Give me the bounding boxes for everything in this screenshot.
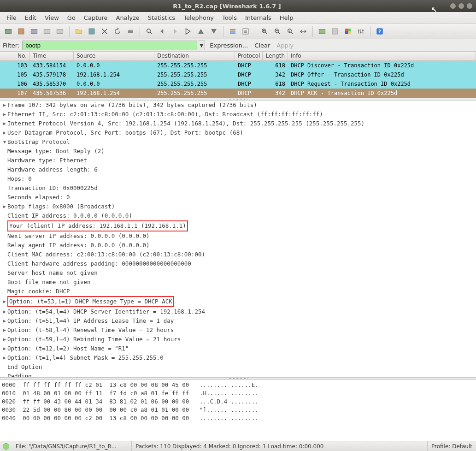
menu-edit[interactable]: Edit bbox=[21, 13, 40, 23]
detail-line[interactable]: ▶Option: (t=58,l=4) Renewal Time Value =… bbox=[0, 326, 476, 335]
open-file-icon[interactable] bbox=[73, 26, 84, 37]
col-header-no[interactable]: No. bbox=[0, 52, 30, 60]
detail-line[interactable]: Client IP address: 0.0.0.0 (0.0.0.0) bbox=[0, 211, 476, 220]
menu-tools[interactable]: Tools bbox=[218, 13, 241, 23]
tree-toggle-icon[interactable]: ▶ bbox=[2, 307, 7, 316]
zoom-in-icon[interactable] bbox=[259, 26, 270, 37]
go-first-icon[interactable] bbox=[195, 26, 206, 37]
detail-line[interactable]: Magic cookie: DHCP bbox=[0, 287, 476, 296]
detail-line[interactable]: ▶Option: (t=59,l=4) Rebinding Time Value… bbox=[0, 335, 476, 344]
menu-go[interactable]: Go bbox=[64, 13, 79, 23]
coloring-rules-icon[interactable] bbox=[342, 26, 353, 37]
menu-view[interactable]: View bbox=[41, 13, 63, 23]
detail-line[interactable]: Server host name not given bbox=[0, 268, 476, 278]
display-filters-icon[interactable] bbox=[329, 26, 341, 37]
status-profile[interactable]: Profile: Default bbox=[428, 441, 476, 451]
capture-options-icon[interactable] bbox=[16, 26, 27, 37]
detail-line[interactable]: Transaction ID: 0x0000225d bbox=[0, 184, 476, 193]
col-header-protocol[interactable]: Protocol bbox=[235, 52, 263, 60]
tree-toggle-icon[interactable]: ▶ bbox=[2, 297, 7, 306]
col-header-time[interactable]: Time bbox=[30, 52, 74, 60]
packet-row[interactable]: 105435.579178192.168.1.254255.255.255.25… bbox=[0, 70, 476, 79]
tree-toggle-icon[interactable]: ▶ bbox=[2, 344, 7, 353]
start-capture-icon[interactable] bbox=[29, 26, 40, 37]
print-icon[interactable] bbox=[125, 26, 136, 37]
tree-toggle-icon[interactable]: ▶ bbox=[2, 110, 7, 119]
filter-input[interactable] bbox=[22, 41, 197, 50]
menu-internals[interactable]: Internals bbox=[241, 13, 275, 23]
help-icon[interactable]: ? bbox=[374, 26, 385, 37]
menu-analyze[interactable]: Analyze bbox=[112, 13, 143, 23]
tree-toggle-icon[interactable]: ▶ bbox=[2, 335, 7, 344]
expert-info-icon[interactable] bbox=[2, 442, 10, 451]
detail-line[interactable]: ▶Option: (t=54,l=4) DHCP Server Identifi… bbox=[0, 307, 476, 316]
colorize-icon[interactable] bbox=[227, 26, 238, 37]
menu-statistics[interactable]: Statistics bbox=[144, 13, 179, 23]
detail-line[interactable]: ▼Bootstrap Protocol bbox=[0, 137, 476, 147]
find-icon[interactable] bbox=[144, 26, 155, 37]
detail-line[interactable]: ▶Option: (t=53,l=1) DHCP Message Type = … bbox=[0, 296, 476, 307]
go-last-icon[interactable] bbox=[208, 26, 219, 37]
packet-row[interactable]: 107435.587536192.168.1.254255.255.255.25… bbox=[0, 89, 476, 98]
detail-line[interactable]: ▶Ethernet II, Src: c2:01:13:c8:00:00 (c2… bbox=[0, 110, 476, 119]
save-file-icon[interactable] bbox=[86, 26, 97, 37]
detail-line[interactable]: Seconds elapsed: 0 bbox=[0, 193, 476, 202]
maximize-button[interactable] bbox=[458, 3, 464, 9]
go-forward-icon[interactable] bbox=[170, 26, 181, 37]
close-file-icon[interactable] bbox=[99, 26, 110, 37]
tree-toggle-icon[interactable]: ▶ bbox=[2, 353, 7, 362]
detail-line[interactable]: Hardware address length: 6 bbox=[0, 165, 476, 174]
minimize-button[interactable] bbox=[450, 3, 456, 9]
interfaces-icon[interactable] bbox=[3, 26, 14, 37]
detail-line[interactable]: ▶Option: (t=51,l=4) IP Address Lease Tim… bbox=[0, 316, 476, 326]
tree-toggle-icon[interactable]: ▼ bbox=[2, 137, 7, 147]
detail-line[interactable]: Your (client) IP address: 192.168.1.1 (1… bbox=[0, 220, 476, 231]
apply-button[interactable]: Apply bbox=[275, 42, 295, 49]
detail-line[interactable]: ▶Option: (t=1,l=4) Subnet Mask = 255.255… bbox=[0, 353, 476, 362]
tree-toggle-icon[interactable]: ▶ bbox=[2, 119, 7, 128]
zoom-out-icon[interactable] bbox=[272, 26, 283, 37]
tree-toggle-icon[interactable]: ▶ bbox=[2, 128, 7, 137]
detail-line[interactable]: End Option bbox=[0, 362, 476, 372]
tree-toggle-icon[interactable]: ▶ bbox=[2, 202, 7, 211]
filter-dropdown-icon[interactable]: ▼ bbox=[198, 41, 205, 50]
col-header-source[interactable]: Source bbox=[74, 52, 154, 60]
tree-toggle-icon[interactable]: ▶ bbox=[2, 101, 7, 110]
packet-row[interactable]: 106435.5853700.0.0.0255.255.255.255DHCP6… bbox=[0, 79, 476, 89]
go-back-icon[interactable] bbox=[157, 26, 168, 37]
tree-toggle-icon[interactable]: ▶ bbox=[2, 326, 7, 335]
detail-line[interactable]: ▶Option: (t=12,l=2) Host Name = "R1" bbox=[0, 344, 476, 353]
expression-button[interactable]: Expression... bbox=[208, 42, 250, 49]
detail-line[interactable]: Boot file name not given bbox=[0, 278, 476, 287]
detail-line[interactable]: Client hardware address padding: 0000000… bbox=[0, 259, 476, 268]
go-to-packet-icon[interactable] bbox=[182, 26, 194, 37]
detail-line[interactable]: Padding bbox=[0, 372, 476, 377]
detail-line[interactable]: Next server IP address: 0.0.0.0 (0.0.0.0… bbox=[0, 231, 476, 241]
zoom-reset-icon[interactable]: 1 bbox=[285, 26, 296, 37]
capture-filters-icon[interactable] bbox=[317, 26, 328, 37]
stop-capture-icon[interactable] bbox=[41, 26, 53, 37]
col-header-info[interactable]: Info bbox=[288, 52, 476, 60]
reload-icon[interactable] bbox=[112, 26, 123, 37]
col-header-destination[interactable]: Destination bbox=[154, 52, 235, 60]
clear-button[interactable]: Clear bbox=[253, 42, 272, 49]
detail-line[interactable]: Message type: Boot Reply (2) bbox=[0, 147, 476, 156]
menu-file[interactable]: File bbox=[3, 13, 20, 23]
detail-line[interactable]: ▶User Datagram Protocol, Src Port: bootp… bbox=[0, 128, 476, 137]
packet-row[interactable]: 103433.5841540.0.0.0255.255.255.255DHCP6… bbox=[0, 61, 476, 70]
menu-telephony[interactable]: Telephony bbox=[180, 13, 217, 23]
detail-line[interactable]: ▶Bootp flags: 0x8000 (Broadcast) bbox=[0, 202, 476, 211]
detail-line[interactable]: Hops: 0 bbox=[0, 174, 476, 184]
restart-capture-icon[interactable] bbox=[54, 26, 65, 37]
tree-toggle-icon[interactable]: ▶ bbox=[2, 316, 7, 326]
close-button[interactable] bbox=[467, 3, 472, 9]
preferences-icon[interactable] bbox=[355, 26, 366, 37]
detail-line[interactable]: ▶Internet Protocol Version 4, Src: 192.1… bbox=[0, 119, 476, 128]
detail-line[interactable]: Client MAC address: c2:00:13:c8:00:00 (c… bbox=[0, 250, 476, 259]
detail-line[interactable]: Relay agent IP address: 0.0.0.0 (0.0.0.0… bbox=[0, 241, 476, 250]
detail-line[interactable]: Hardware type: Ethernet bbox=[0, 156, 476, 165]
resize-columns-icon[interactable] bbox=[298, 26, 309, 37]
auto-scroll-icon[interactable] bbox=[240, 26, 251, 37]
menu-capture[interactable]: Capture bbox=[80, 13, 112, 23]
menu-help[interactable]: Help bbox=[276, 13, 297, 23]
